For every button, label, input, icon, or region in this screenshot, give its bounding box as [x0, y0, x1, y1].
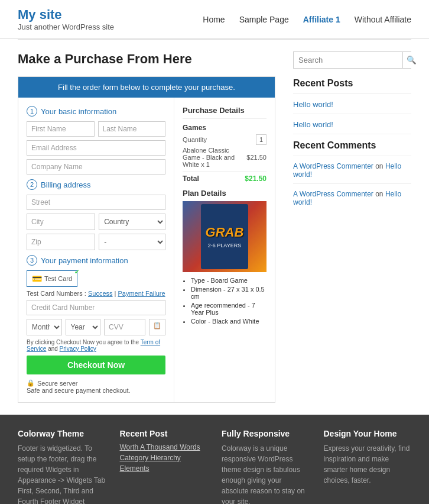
plan-image: GRAB 2-6 PLAYERS [183, 201, 266, 272]
purchase-details-title: Purchase Details [183, 106, 266, 119]
street-input[interactable] [27, 195, 165, 210]
card-icon: 💳 [32, 274, 42, 283]
plan-details-list: Type - Board Game Dimension - 27 x 31 x … [183, 277, 266, 325]
search-icon: 🔍 [407, 56, 417, 64]
footer-link-2[interactable]: Category Hierarchy [120, 454, 208, 462]
failure-link[interactable]: Payment Failure [118, 290, 165, 297]
expiry-row: Month Year 📋 [27, 319, 165, 335]
plan-detail-dimension: Dimension - 27 x 31 x 0.5 cm [191, 286, 266, 300]
checkout-left: 1 Your basic information [18, 98, 174, 402]
street-row [27, 195, 165, 210]
test-card-label: Test Card [44, 275, 72, 282]
nav-sample-page[interactable]: Sample Page [239, 15, 289, 24]
footer-link-1[interactable]: Worth A Thousand Words [120, 443, 208, 451]
company-input[interactable] [27, 159, 165, 175]
footer-col4-text: Express your creativity, find inspiratio… [324, 443, 412, 486]
site-title: My site Just another WordPress site [18, 7, 114, 31]
section3-title: Your payment information [41, 256, 128, 265]
search-box: 🔍 [293, 51, 411, 69]
commenter-2[interactable]: A WordPress Commenter [293, 190, 373, 198]
name-row [27, 121, 165, 137]
footer-col4-title: Design Your Home [324, 429, 412, 438]
year-select[interactable]: Year [66, 319, 101, 335]
footer-main: Colorway Theme Footer is widgetized. To … [0, 415, 429, 504]
section3-label: 3 Your payment information [27, 255, 165, 266]
search-input[interactable] [294, 52, 402, 68]
commenter-1[interactable]: A WordPress Commenter [293, 162, 373, 170]
zip-input[interactable] [27, 234, 95, 250]
city-input[interactable] [27, 214, 95, 230]
privacy-link[interactable]: Privacy Policy [60, 345, 96, 352]
footer-col1-title: Colorway Theme [18, 429, 106, 438]
cvv-input[interactable] [104, 319, 145, 335]
footer-col-2: Recent Post Worth A Thousand Words Categ… [120, 429, 208, 504]
section1-num: 1 [27, 106, 37, 117]
nav-without-affiliate[interactable]: Without Affiliate [355, 15, 411, 24]
footer-link-3[interactable]: Elements [120, 464, 208, 473]
company-row [27, 159, 165, 175]
footer-col2-title: Recent Post [120, 429, 208, 438]
checkout-now-button[interactable]: Checkout Now [27, 356, 165, 374]
plan-image-inner: GRAB 2-6 PLAYERS [201, 204, 248, 269]
checkout-container: Fill the order form below to complete yo… [18, 76, 275, 403]
divider4 [293, 156, 411, 156]
grab-text: GRAB [206, 225, 244, 240]
section1-label: 1 Your basic information [27, 106, 165, 117]
checkout-body: 1 Your basic information [18, 98, 275, 402]
email-input[interactable] [27, 140, 165, 156]
credit-card-input[interactable] [27, 300, 165, 315]
site-name: My site [18, 7, 114, 22]
divider5 [293, 183, 411, 184]
checkout-right: Purchase Details Games Quantity 1 Abalon… [174, 98, 275, 402]
cc-row [27, 300, 165, 315]
footer-col-4: Design Your Home Express your creativity… [324, 429, 412, 504]
country-select[interactable]: Country [99, 214, 165, 230]
zip-state-row: - [27, 234, 165, 250]
content-area: Make a Purchase From Here Fill the order… [18, 51, 275, 403]
purchase-qty-row: Quantity 1 [183, 134, 266, 145]
recent-post-1[interactable]: Hello world! [293, 100, 411, 109]
footer-col-1: Colorway Theme Footer is widgetized. To … [18, 429, 106, 504]
nav-home[interactable]: Home [203, 15, 225, 24]
section1-title: Your basic information [41, 107, 116, 116]
first-name-input[interactable] [27, 121, 95, 137]
terms-text: By clicking Checkout Now you agree to th… [27, 339, 165, 352]
section2-title: Billing address [41, 180, 91, 189]
secure-server: 🔒 Secure server [27, 379, 165, 387]
test-card-numbers: Test Card Numbers : Success | Payment Fa… [27, 290, 165, 297]
last-name-input[interactable] [98, 121, 166, 137]
purchase-item-name: Abalone Classic Game - Black and White x… [183, 147, 246, 168]
footer-col-3: Fully Responsive Colorway is a unique re… [222, 429, 310, 504]
player-count: 2-6 PLAYERS [208, 243, 241, 248]
footer-col3-title: Fully Responsive [222, 429, 310, 438]
divider3 [293, 134, 411, 134]
search-button[interactable]: 🔍 [402, 52, 420, 68]
test-card-check-icon: ✔ [74, 269, 79, 275]
footer-col3-text: Colorway is a unique responsive WordPres… [222, 443, 310, 504]
test-card-button[interactable]: 💳 Test Card ✔ [27, 270, 77, 287]
recent-post-2[interactable]: Hello world! [293, 120, 411, 129]
lock-icon: 🔒 [27, 379, 35, 387]
purchase-item-row: Abalone Classic Game - Black and White x… [183, 147, 266, 168]
cvv-icon: 📋 [149, 319, 165, 335]
email-row [27, 140, 165, 156]
nav-affiliate1[interactable]: Affiliate 1 [303, 15, 340, 24]
main-nav: Home Sample Page Affiliate 1 Without Aff… [203, 15, 411, 24]
state-select[interactable]: - [99, 234, 165, 250]
quantity-value: 1 [256, 134, 266, 145]
plan-detail-age: Age recommended - 7 Year Plus [191, 302, 266, 316]
secure-note: Safe and secure payment checkout. [27, 387, 165, 394]
section2-label: 2 Billing address [27, 179, 165, 190]
success-link[interactable]: Success [88, 290, 113, 297]
checkout-header: Fill the order form below to complete yo… [18, 77, 275, 98]
section2-num: 2 [27, 179, 37, 190]
site-tagline: Just another WordPress site [18, 22, 114, 31]
purchase-item-price: $21.50 [246, 154, 266, 161]
purchase-section: Games [183, 124, 266, 132]
purchase-total-row: Total $21.50 [183, 171, 266, 183]
divider2 [293, 114, 411, 114]
month-select[interactable]: Month [27, 319, 62, 335]
page-title: Make a Purchase From Here [18, 51, 275, 67]
recent-comments-title: Recent Comments [293, 140, 411, 151]
section3-num: 3 [27, 255, 37, 266]
